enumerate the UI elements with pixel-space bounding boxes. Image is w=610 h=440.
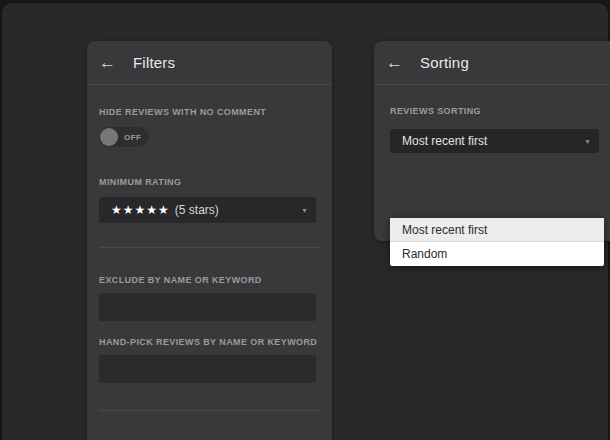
minimum-rating-label: MINIMUM RATING [99,177,320,187]
back-arrow-icon[interactable]: ← [386,54,408,71]
handpick-keyword-label: HAND-PICK REVIEWS BY NAME OR KEYWORD [99,337,320,347]
section-divider [99,247,320,248]
toggle-knob [100,128,118,146]
app-surface: ← Filters HIDE REVIEWS WITH NO COMMENT O… [2,3,608,440]
filters-header: ← Filters [87,41,332,85]
filters-title: Filters [133,54,175,71]
rating-text: (5 stars) [175,203,219,217]
minimum-rating-select[interactable]: ★★★★★ (5 stars) ▼ [99,197,316,223]
toggle-state-label: OFF [124,133,142,142]
chevron-down-icon: ▼ [584,138,591,145]
sorting-title: Sorting [420,54,469,71]
exclude-keyword-input[interactable] [99,293,316,321]
star-icons: ★★★★★ [111,203,170,217]
sorting-dropdown-menu: Most recent first Random [390,218,604,266]
chevron-down-icon: ▼ [301,207,308,214]
back-arrow-icon[interactable]: ← [99,54,121,71]
dropdown-option-random[interactable]: Random [390,242,604,266]
dropdown-option-most-recent[interactable]: Most recent first [390,218,604,242]
sorting-panel: ← Sorting REVIEWS SORTING Most recent fi… [374,41,610,241]
sorting-header: ← Sorting [374,41,610,85]
handpick-keyword-input[interactable] [99,355,316,383]
hide-no-comment-label: HIDE REVIEWS WITH NO COMMENT [99,107,320,117]
selected-option-text: Most recent first [402,134,487,148]
section-divider [99,410,320,411]
reviews-sorting-label: REVIEWS SORTING [390,106,608,116]
sorting-body: REVIEWS SORTING Most recent first ▼ Most… [374,106,610,153]
exclude-keyword-label: EXCLUDE BY NAME OR KEYWORD [99,275,320,285]
hide-no-comment-toggle[interactable]: OFF [99,127,149,147]
filters-panel: ← Filters HIDE REVIEWS WITH NO COMMENT O… [87,41,332,440]
filters-body: HIDE REVIEWS WITH NO COMMENT OFF MINIMUM… [87,107,332,440]
reviews-sorting-select[interactable]: Most recent first ▼ [390,129,599,153]
